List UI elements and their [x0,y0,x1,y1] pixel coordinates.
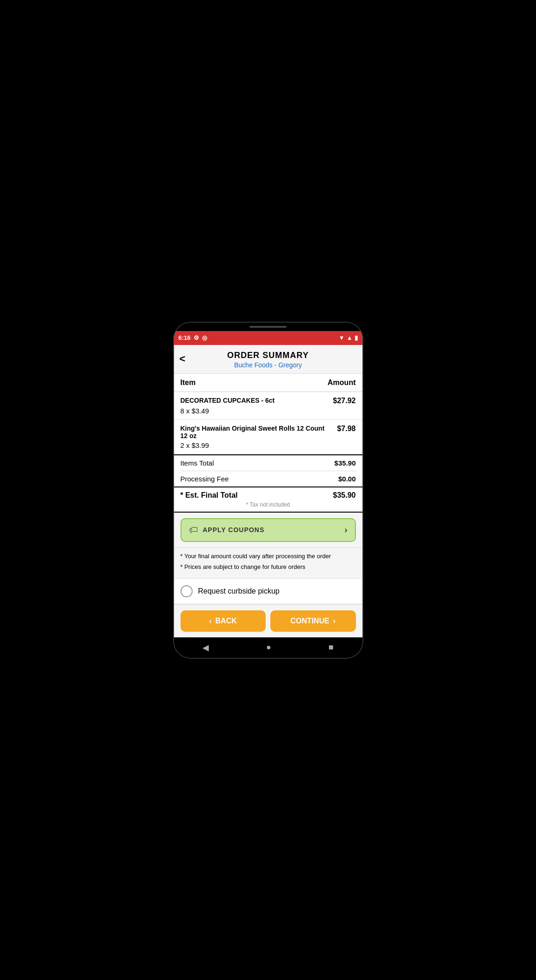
back-chevron-icon: ‹ [209,617,211,625]
items-total-label: Items Total [181,459,214,467]
item-column-header: Item [181,378,196,387]
notch-bar [174,323,362,331]
final-total-label: * Est. Final Total [181,491,238,500]
item-name-1: DECORATED CUPCAKES - 6ct [181,397,329,404]
back-button-bottom[interactable]: ‹ BACK [181,610,266,632]
time-display: 6:16 [179,334,191,341]
coupon-tag-icon: 🏷 [189,525,198,535]
nav-back-button[interactable]: ◀ [202,642,209,653]
phone-frame: 6:16 ⚙ ◎ ▼ ▲ ▮ < ORDER SUMMARY Buche Foo… [174,323,362,658]
store-name: Buche Foods - Gregory [181,361,355,369]
item-amount-2: $7.98 [337,425,355,433]
status-bar: 6:16 ⚙ ◎ ▼ ▲ ▮ [174,331,362,345]
processing-fee-row: Processing Fee $0.00 [174,471,362,487]
nav-home-button[interactable]: ● [266,642,271,652]
back-button[interactable]: < [180,353,186,365]
wifi-icon: ▼ [339,334,345,341]
page-header: < ORDER SUMMARY Buche Foods - Gregory [174,345,362,374]
item-amount-1: $27.92 [333,397,356,405]
totals-section: Items Total $35.90 Processing Fee $0.00 [174,454,362,487]
disclaimer-section: * Your final amount could vary after pro… [174,548,362,579]
final-total-value: $35.90 [333,491,356,500]
continue-button[interactable]: CONTINUE › [270,610,356,632]
item-qty-1: 8 x $3.49 [181,407,356,415]
status-right: ▼ ▲ ▮ [339,334,358,341]
order-item-2: King's Hawaiian Original Sweet Rolls 12 … [174,420,362,454]
final-total-section: * Est. Final Total $35.90 * Tax not incl… [174,487,362,513]
status-left: 6:16 ⚙ ◎ [179,334,207,341]
coupon-label: APPLY COUPONS [203,526,265,534]
radio-icon: ◎ [202,334,207,341]
disclaimer-line-1: * Your final amount could vary after pro… [181,552,356,561]
order-item-1: DECORATED CUPCAKES - 6ct $27.92 8 x $3.4… [174,392,362,420]
tax-note: * Tax not included [181,501,356,508]
curbside-row: Request curbside pickup [181,585,356,597]
coupon-section: 🏷 APPLY COUPONS › [174,513,362,548]
amount-column-header: Amount [328,378,355,387]
final-total-row: * Est. Final Total $35.90 [181,491,356,500]
item-name-2: King's Hawaiian Original Sweet Rolls 12 … [181,425,334,439]
disclaimer-line-2: * Prices are subject to change for futur… [181,562,356,572]
apply-coupons-button[interactable]: 🏷 APPLY COUPONS › [181,518,356,542]
page-title: ORDER SUMMARY [181,351,355,360]
item-row-1: DECORATED CUPCAKES - 6ct $27.92 [181,397,356,405]
back-button-label: BACK [215,617,237,625]
coupon-btn-left: 🏷 APPLY COUPONS [189,525,265,535]
item-qty-2: 2 x $3.99 [181,441,356,449]
screen: 6:16 ⚙ ◎ ▼ ▲ ▮ < ORDER SUMMARY Buche Foo… [174,331,362,637]
nav-recent-button[interactable]: ■ [328,642,334,652]
curbside-label: Request curbside pickup [198,587,280,595]
gear-icon: ⚙ [194,334,199,341]
bottom-buttons: ‹ BACK CONTINUE › [174,604,362,637]
processing-fee-value: $0.00 [338,475,356,483]
content-area: Item Amount DECORATED CUPCAKES - 6ct $27… [174,374,362,513]
continue-button-label: CONTINUE [290,617,329,625]
notch-dots [249,326,287,328]
bottom-nav: ◀ ● ■ [174,637,362,658]
items-total-row: Items Total $35.90 [174,455,362,471]
item-row-2: King's Hawaiian Original Sweet Rolls 12 … [181,425,356,439]
table-header: Item Amount [174,374,362,392]
signal-icon: ▲ [347,334,353,341]
coupon-arrow-icon: › [345,525,348,535]
processing-fee-label: Processing Fee [181,475,229,483]
continue-chevron-icon: › [333,617,335,625]
curbside-section: Request curbside pickup [174,579,362,604]
curbside-radio[interactable] [181,585,193,597]
items-total-value: $35.90 [335,459,356,467]
battery-icon: ▮ [355,334,358,341]
